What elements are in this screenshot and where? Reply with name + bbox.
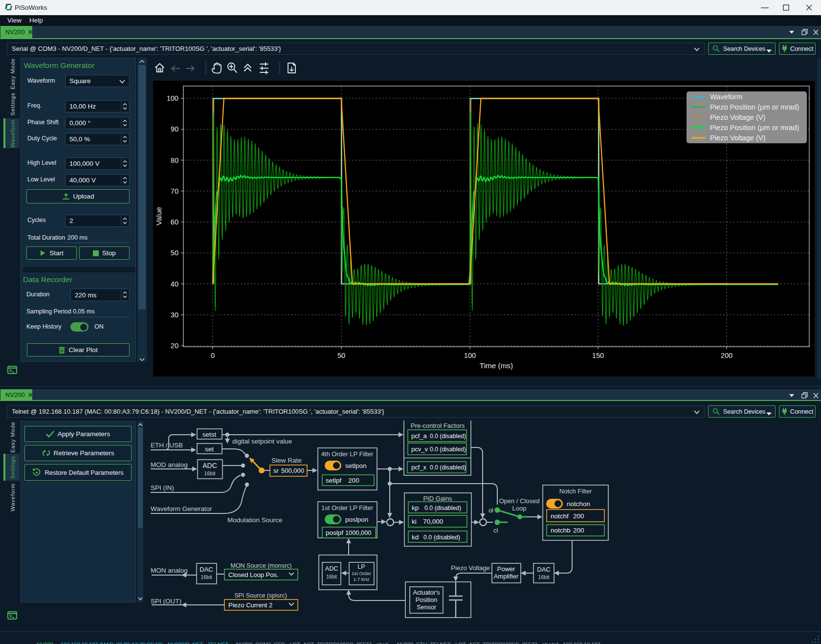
svg-text:Piezo Voltage: Piezo Voltage — [451, 564, 490, 572]
svg-text:Notch Filter: Notch Filter — [559, 488, 592, 495]
svg-text:16bit: 16bit — [538, 574, 550, 580]
svg-text:poslpf: poslpf — [326, 529, 343, 536]
svg-text:cl: cl — [493, 527, 498, 534]
svg-text:200: 200 — [721, 352, 732, 359]
svg-text:Open / Closed: Open / Closed — [499, 497, 539, 505]
svg-text:setst: setst — [202, 431, 217, 438]
svg-text:Slew Rate: Slew Rate — [271, 457, 302, 464]
svg-text:1.7 kHz: 1.7 kHz — [354, 577, 370, 582]
svg-text:SPI Source (spisrc): SPI Source (spisrc) — [234, 592, 287, 599]
svg-text:16bit: 16bit — [326, 574, 337, 579]
svg-text:150: 150 — [592, 352, 604, 359]
svg-text:MON Source (monsrc): MON Source (monsrc) — [230, 562, 291, 569]
svg-text:1st Order: 1st Order — [352, 571, 372, 576]
svg-text:MON analog: MON analog — [151, 567, 188, 574]
svg-text:SPI (IN): SPI (IN) — [151, 484, 174, 491]
svg-text:Piezo Position (µm or mrad): Piezo Position (µm or mrad) — [710, 124, 799, 132]
svg-text:80: 80 — [171, 156, 178, 164]
svg-text:20: 20 — [171, 342, 178, 350]
svg-text:200: 200 — [573, 527, 584, 534]
svg-text:50: 50 — [337, 352, 345, 359]
svg-text:100: 100 — [167, 94, 178, 102]
svg-text:ol: ol — [488, 507, 493, 514]
svg-text:PID Gains: PID Gains — [423, 495, 452, 502]
svg-text:500,000: 500,000 — [281, 467, 304, 474]
svg-text:0: 0 — [211, 352, 215, 359]
svg-text:60: 60 — [171, 218, 178, 226]
svg-text:90: 90 — [171, 125, 178, 133]
svg-text:ADC: ADC — [325, 565, 338, 572]
svg-text:1st Order LP Filter: 1st Order LP Filter — [321, 504, 374, 511]
svg-text:digital setpoint value: digital setpoint value — [232, 438, 292, 445]
svg-text:LP: LP — [357, 563, 365, 570]
svg-text:Closed Loop Pos.: Closed Loop Pos. — [228, 571, 279, 578]
svg-text:setlpon: setlpon — [345, 462, 367, 469]
svg-text:notchon: notchon — [567, 500, 590, 508]
svg-text:setlpf: setlpf — [326, 477, 342, 484]
svg-text:DAC: DAC — [537, 566, 550, 573]
svg-text:MOD analog: MOD analog — [151, 461, 188, 468]
svg-text:notchf: notchf — [551, 512, 569, 520]
svg-text:70,000: 70,000 — [423, 518, 443, 525]
svg-text:Loop: Loop — [512, 505, 527, 512]
svg-text:Value: Value — [155, 207, 163, 225]
svg-text:Piezo Voltage (V): Piezo Voltage (V) — [710, 113, 765, 121]
svg-text:0.0 (disabled): 0.0 (disabled) — [423, 534, 460, 541]
svg-text:100: 100 — [464, 352, 476, 359]
svg-text:Piezo Position (µm or mrad): Piezo Position (µm or mrad) — [710, 103, 799, 111]
svg-text:Sensor: Sensor — [417, 604, 436, 611]
svg-text:Modulation Source: Modulation Source — [227, 516, 283, 524]
svg-text:40: 40 — [171, 280, 178, 288]
svg-text:ADC: ADC — [202, 462, 217, 469]
svg-text:1000,000: 1000,000 — [345, 529, 371, 536]
svg-text:30: 30 — [171, 311, 178, 319]
svg-text:70: 70 — [171, 187, 178, 195]
svg-text:ETH / USB: ETH / USB — [151, 442, 183, 449]
svg-text:Piezo Voltage (V): Piezo Voltage (V) — [710, 134, 765, 142]
svg-text:pcf_x: pcf_x — [411, 464, 427, 471]
svg-text:pcf_a: pcf_a — [411, 432, 427, 440]
svg-text:0.0 (disabled): 0.0 (disabled) — [430, 446, 466, 453]
svg-text:ki: ki — [412, 518, 417, 525]
svg-text:Power: Power — [497, 565, 516, 573]
svg-text:Actuator's: Actuator's — [413, 589, 440, 596]
svg-text:sr: sr — [273, 467, 279, 474]
svg-text:0.0 (disabled): 0.0 (disabled) — [430, 433, 466, 440]
svg-text:50: 50 — [171, 249, 178, 257]
svg-text:SPI (OUT): SPI (OUT) — [151, 598, 181, 605]
svg-text:kd: kd — [412, 533, 419, 541]
svg-text:Time (ms): Time (ms) — [480, 361, 513, 370]
svg-text:0.0 (disabled): 0.0 (disabled) — [430, 464, 466, 471]
svg-text:notchb: notchb — [551, 527, 571, 534]
svg-text:Piezo Current 2: Piezo Current 2 — [228, 601, 272, 609]
svg-text:Waveform Generator: Waveform Generator — [151, 505, 212, 512]
svg-text:4th Order LP Filter: 4th Order LP Filter — [321, 450, 374, 458]
svg-text:Amplifier: Amplifier — [494, 573, 519, 580]
svg-text:Pre-control Factors: Pre-control Factors — [411, 422, 465, 429]
svg-text:kp: kp — [412, 504, 419, 511]
svg-text:pcv_v: pcv_v — [411, 445, 428, 453]
svg-text:poslpon: poslpon — [345, 516, 368, 523]
svg-text:16bit: 16bit — [201, 574, 212, 580]
svg-text:16bit: 16bit — [204, 470, 216, 476]
svg-text:200: 200 — [573, 512, 584, 520]
svg-text:0.0 (disabled): 0.0 (disabled) — [424, 505, 461, 511]
svg-text:DAC: DAC — [200, 566, 213, 573]
svg-text:200: 200 — [348, 477, 359, 484]
svg-text:Waveform: Waveform — [710, 93, 742, 101]
svg-text:set: set — [205, 445, 214, 453]
svg-text:Position: Position — [416, 597, 438, 603]
